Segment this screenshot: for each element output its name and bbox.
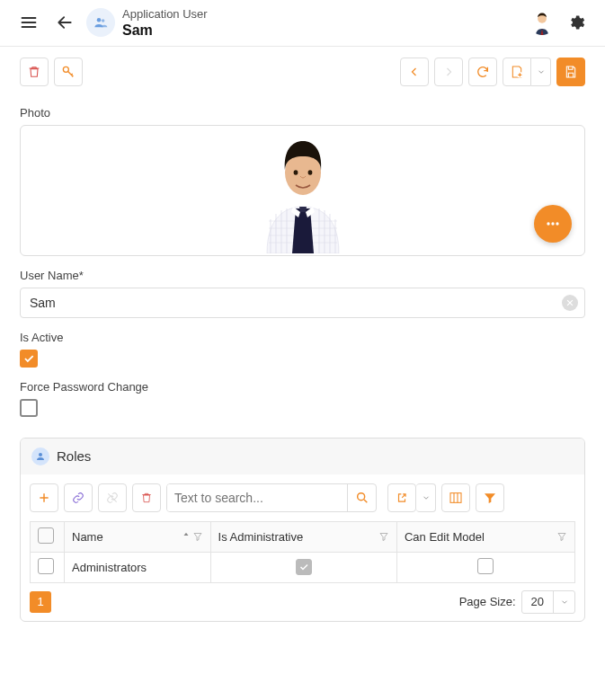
- force-pw-label: Force Password Change: [20, 380, 585, 394]
- save-icon: [564, 65, 578, 79]
- col-is-admin-label: Is Administrative: [218, 530, 304, 544]
- app-header: Application User Sam: [0, 0, 605, 47]
- key-icon: [61, 65, 76, 79]
- col-select[interactable]: [31, 521, 65, 552]
- svg-rect-14: [450, 492, 461, 502]
- roles-search-input[interactable]: [167, 484, 347, 511]
- col-name-label: Name: [72, 530, 103, 544]
- close-icon: [565, 298, 574, 307]
- prev-record-button[interactable]: [400, 58, 429, 86]
- filter-icon[interactable]: [192, 531, 203, 542]
- record-toolbar: [0, 47, 605, 93]
- chevron-left-icon: [409, 66, 420, 77]
- avatar[interactable]: [529, 10, 555, 35]
- roles-export-dropdown[interactable]: [416, 483, 436, 512]
- is-active-label: Is Active: [20, 331, 585, 344]
- settings-button[interactable]: [562, 8, 591, 37]
- save-and-new-button[interactable]: [503, 58, 531, 86]
- page-size-label: Page Size:: [459, 595, 516, 608]
- row-select-checkbox[interactable]: [38, 558, 54, 574]
- svg-point-12: [39, 453, 42, 456]
- check-icon: [298, 562, 309, 572]
- trash-icon: [27, 65, 41, 79]
- caret-down-icon: [537, 67, 546, 76]
- header-subtitle: Application User: [122, 7, 522, 22]
- filter-icon: [483, 491, 497, 505]
- pager: 1 Page Size: 20: [21, 583, 584, 621]
- save-button[interactable]: [556, 58, 585, 86]
- col-can-edit[interactable]: Can Edit Model: [396, 521, 574, 552]
- filter-icon[interactable]: [556, 531, 567, 542]
- roles-title: Roles: [57, 448, 91, 464]
- main-form: Photo User Name* Is Active: [0, 106, 605, 649]
- gear-icon: [567, 13, 585, 31]
- clear-button[interactable]: [562, 295, 578, 311]
- refresh-button[interactable]: [468, 58, 497, 86]
- col-can-edit-label: Can Edit Model: [405, 530, 485, 544]
- plus-icon: [38, 492, 50, 504]
- roles-unlink-button[interactable]: [98, 483, 127, 512]
- page-size-value: 20: [522, 595, 553, 608]
- columns-icon: [449, 491, 463, 505]
- is-active-checkbox[interactable]: [20, 350, 38, 368]
- roles-toolbar: [21, 474, 584, 521]
- cell-name: Administrators: [65, 552, 211, 582]
- svg-point-0: [97, 18, 102, 22]
- col-is-admin[interactable]: Is Administrative: [210, 521, 396, 552]
- col-name[interactable]: Name: [65, 521, 211, 552]
- roles-add-button[interactable]: [30, 483, 58, 512]
- title-block: Application User Sam: [122, 7, 522, 39]
- back-button[interactable]: [50, 8, 79, 37]
- search-icon: [355, 491, 369, 505]
- link-icon: [72, 492, 85, 504]
- header-title: Sam: [122, 22, 522, 39]
- roles-search-button[interactable]: [347, 484, 376, 511]
- unlink-icon: [106, 492, 119, 504]
- cell-is-admin-checkbox[interactable]: [296, 559, 312, 575]
- username-input[interactable]: [20, 288, 585, 318]
- page-size-select[interactable]: 20: [521, 590, 575, 614]
- select-all-checkbox[interactable]: [38, 527, 54, 544]
- page-size-dropdown[interactable]: [553, 591, 574, 613]
- username-label: User Name*: [20, 269, 585, 282]
- users-icon: [86, 8, 115, 37]
- role-icon: [31, 447, 49, 465]
- force-pw-checkbox[interactable]: [20, 399, 38, 417]
- next-record-button[interactable]: [434, 58, 463, 86]
- photo-more-fab[interactable]: [534, 205, 572, 243]
- table-row[interactable]: Administrators: [31, 552, 575, 582]
- roles-panel-header: Roles: [21, 439, 584, 474]
- sort-asc-icon: [182, 531, 191, 540]
- caret-down-icon: [422, 493, 431, 502]
- roles-table: Name Is Administrative: [30, 521, 575, 583]
- ellipsis-icon: [544, 215, 562, 233]
- roles-panel: Roles: [20, 438, 585, 622]
- svg-point-9: [547, 222, 549, 225]
- svg-point-11: [556, 222, 558, 225]
- filter-icon[interactable]: [378, 531, 389, 542]
- delete-button[interactable]: [20, 58, 49, 86]
- save-new-dropdown[interactable]: [531, 58, 551, 86]
- menu-button[interactable]: [14, 8, 43, 37]
- svg-point-10: [551, 222, 554, 225]
- arrow-left-icon: [56, 13, 74, 31]
- avatar-icon: [529, 10, 555, 35]
- roles-link-button[interactable]: [64, 483, 93, 512]
- filter-builder-button[interactable]: [476, 483, 504, 512]
- roles-export-button[interactable]: [387, 483, 416, 512]
- check-icon: [22, 352, 35, 365]
- cell-can-edit-checkbox[interactable]: [477, 558, 494, 574]
- svg-point-7: [293, 170, 298, 175]
- svg-point-13: [357, 492, 364, 500]
- user-photo: [249, 128, 357, 253]
- key-button[interactable]: [54, 58, 83, 86]
- svg-point-1: [102, 20, 104, 22]
- refresh-icon: [476, 65, 490, 79]
- photo-box: [20, 125, 585, 256]
- roles-delete-button[interactable]: [132, 483, 161, 512]
- caret-down-icon: [560, 598, 569, 607]
- column-chooser-button[interactable]: [441, 483, 470, 512]
- save-new-icon: [510, 65, 524, 79]
- roles-search: [166, 483, 377, 512]
- page-current[interactable]: 1: [30, 591, 51, 613]
